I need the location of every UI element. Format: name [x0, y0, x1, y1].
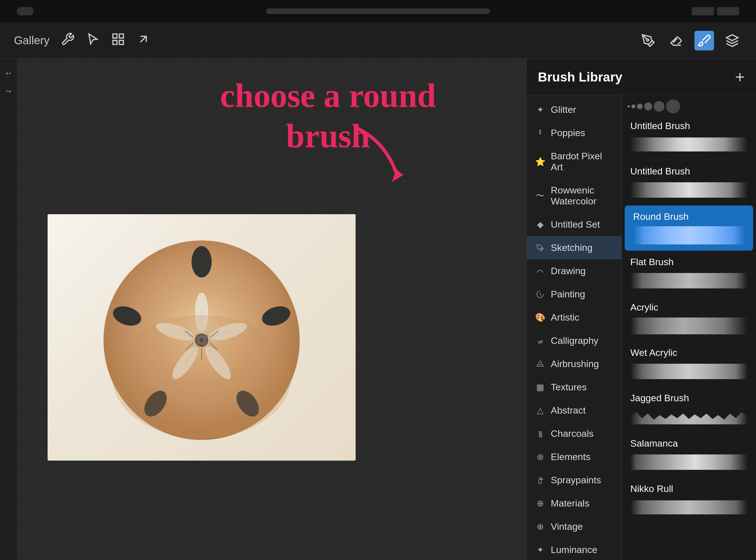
redo-button[interactable]: ↪ [2, 85, 15, 97]
category-vintage-label: Vintage [551, 521, 583, 532]
category-rowwenic-label: Rowwenic Watercolor [551, 185, 613, 207]
category-elements[interactable]: ⊛ Elements [527, 445, 622, 468]
sketching-icon [535, 243, 545, 253]
brush-preview-salamanca [630, 452, 748, 472]
category-textures[interactable]: ▦ Textures [527, 376, 622, 399]
brush-preview-round [633, 225, 745, 245]
brush-item-jagged[interactable]: Jagged Brush [622, 387, 756, 432]
brush-item-flat[interactable]: Flat Brush [622, 251, 756, 296]
brush-preview-flat [630, 271, 748, 291]
painting-icon [535, 289, 545, 299]
brush-item-nikko[interactable]: Nikko Rull [622, 478, 756, 523]
brush-library-title: Brush Library [538, 69, 622, 84]
category-elements-label: Elements [551, 452, 591, 462]
toolbar-left: Gallery [14, 32, 151, 49]
arrow-icon[interactable] [136, 32, 151, 49]
wrench-icon[interactable] [61, 32, 75, 49]
category-glitter[interactable]: ✦ Glitter [527, 98, 622, 121]
brush-item-round[interactable]: Round Brush [625, 205, 753, 251]
svg-point-6 [192, 246, 212, 278]
pen-tool[interactable] [638, 31, 658, 51]
dot2 [631, 104, 635, 108]
brush-item-untitled1[interactable]: Untitled Brush [622, 115, 756, 160]
brush-name-nikko: Nikko Rull [630, 483, 748, 494]
brush-preview-nikko [630, 498, 748, 517]
category-calligraphy-label: Calligraphy [551, 335, 598, 346]
device-right-camera [692, 7, 739, 15]
stroke-salamanca [630, 455, 748, 470]
canvas-wrapper [0, 147, 526, 472]
stroke-flat [630, 273, 748, 288]
category-bardot[interactable]: ⭐ Bardot Pixel Art [527, 144, 622, 179]
category-untitled-set[interactable]: ◆ Untitled Set [527, 213, 622, 236]
category-airbrushing[interactable]: Airbrushing [527, 352, 622, 376]
category-abstract[interactable]: △ Abstract [527, 399, 622, 422]
brush-preview-acrylic [630, 316, 748, 336]
selection-icon[interactable] [86, 32, 100, 49]
brush-name-salamanca: Salamanca [630, 438, 748, 449]
layers-tool[interactable] [722, 31, 742, 51]
category-vintage[interactable]: ⊕ Vintage [527, 515, 622, 538]
dot6 [666, 99, 680, 114]
sand-dollar-image [89, 225, 314, 449]
category-airbrushing-label: Airbrushing [551, 358, 599, 369]
brush-name-untitled1: Untitled Brush [630, 120, 748, 131]
category-sketching[interactable]: Sketching [527, 236, 622, 259]
abstract-icon: △ [535, 405, 545, 416]
svg-marker-40 [537, 361, 543, 366]
stroke-round [633, 226, 745, 244]
category-charcoals[interactable]: ||| Charcoals [527, 422, 622, 445]
svg-rect-42 [539, 479, 541, 483]
category-drawing-label: Drawing [551, 265, 586, 276]
svg-point-39 [112, 315, 291, 438]
brush-name-wet-acrylic: Wet Acrylic [630, 347, 748, 358]
spraypaints-icon [535, 475, 545, 485]
brush-item-salamanca[interactable]: Salamanca [622, 432, 756, 478]
category-charcoals-label: Charcoals [551, 428, 594, 439]
add-brush-button[interactable]: + [735, 67, 745, 86]
category-luminance-label: Luminance [551, 544, 597, 555]
gallery-button[interactable]: Gallery [14, 34, 49, 47]
device-camera [17, 7, 34, 15]
brush-item-acrylic[interactable]: Acrylic [622, 296, 756, 342]
poppies-icon [535, 128, 545, 138]
untitled-set-icon: ◆ [535, 220, 545, 229]
canvas-area[interactable]: ↩ ↪ choose a round brush [0, 59, 526, 560]
category-materials[interactable]: ⊕ Materials [527, 492, 622, 515]
category-untitled-set-label: Untitled Set [551, 219, 600, 230]
brush-preview-wet-acrylic [630, 361, 748, 381]
brush-item-untitled2[interactable]: Untitled Brush [622, 160, 756, 205]
airbrushing-icon [535, 359, 545, 369]
instruction-line1: choose a round [220, 77, 436, 114]
undo-button[interactable]: ↩ [2, 67, 15, 80]
transform-icon[interactable] [111, 32, 125, 49]
brush-name-round: Round Brush [633, 211, 745, 222]
device-notch [266, 8, 490, 14]
brush-list: Untitled Brush Untitled Brush Round Brus… [622, 95, 756, 560]
category-artistic[interactable]: 🎨 Artistic [527, 306, 622, 329]
category-materials-label: Materials [551, 498, 590, 509]
category-calligraphy[interactable]: 𝒶 Calligraphy [527, 329, 622, 352]
category-painting[interactable]: Painting [527, 282, 622, 306]
stroke-acrylic [630, 318, 748, 334]
brush-library-header: Brush Library + [527, 59, 756, 95]
brush-preview-untitled1 [630, 135, 748, 154]
category-drawing[interactable]: Drawing [527, 259, 622, 282]
category-luminance[interactable]: ✦ Luminance [527, 538, 622, 560]
category-poppies[interactable]: Poppies [527, 121, 622, 144]
category-spraypaints[interactable]: Spraypaints [527, 468, 622, 492]
device-top-bar [0, 0, 756, 22]
charcoals-icon: ||| [535, 429, 545, 439]
drawing-icon [535, 266, 545, 276]
category-rowwenic[interactable]: 〜 Rowwenic Watercolor [527, 179, 622, 213]
brush-name-flat: Flat Brush [630, 257, 748, 267]
eraser-tool[interactable] [667, 31, 686, 51]
brush-item-wet-acrylic[interactable]: Wet Acrylic [622, 342, 756, 387]
brush-name-acrylic: Acrylic [630, 302, 748, 313]
rowwenic-icon: 〜 [535, 191, 545, 201]
dot5 [654, 101, 664, 112]
vintage-icon: ⊕ [535, 522, 545, 532]
bardot-icon: ⭐ [535, 157, 545, 166]
brush-tool[interactable] [694, 31, 714, 51]
sand-dollar-background [47, 214, 356, 461]
